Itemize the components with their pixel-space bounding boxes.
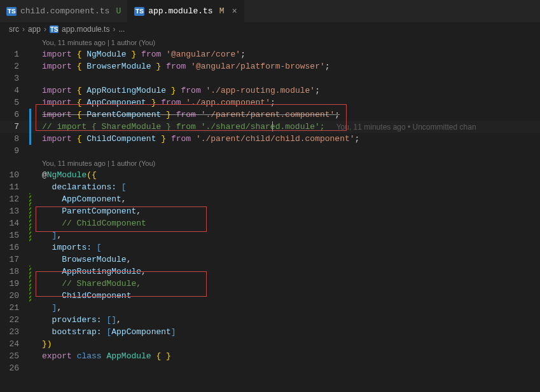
diff-added-marker xyxy=(29,229,31,241)
line-number: 14 xyxy=(0,219,31,228)
line-number: 3 xyxy=(0,74,31,83)
line-number: 26 xyxy=(0,363,31,373)
code-line[interactable]: 6import { ParentComponent } from './pare… xyxy=(0,109,540,121)
code-line[interactable]: 20 ChildComponent xyxy=(0,290,540,302)
diff-modified-marker xyxy=(29,109,31,121)
chevron-right-icon: › xyxy=(22,25,25,34)
tab-label: child.component.ts xyxy=(20,6,109,16)
diff-added-marker xyxy=(29,278,31,290)
breadcrumb-segment[interactable]: src xyxy=(9,25,19,34)
line-number: 1 xyxy=(0,50,31,59)
codelens-blame[interactable]: You, 11 minutes ago | 1 author (You) xyxy=(0,157,540,169)
code-line[interactable]: 9 xyxy=(0,145,540,157)
line-number: 9 xyxy=(0,146,31,156)
line-number: 5 xyxy=(0,98,31,107)
line-number: 11 xyxy=(0,182,31,192)
code-line[interactable]: 14 // ChildComponent xyxy=(0,217,540,229)
code-line[interactable]: 25export class AppModule { } xyxy=(0,350,540,362)
code-line[interactable]: 23 bootstrap: [AppComponent] xyxy=(0,326,540,338)
line-number: 21 xyxy=(0,303,31,313)
diff-added-marker xyxy=(29,217,31,229)
line-number: 18 xyxy=(0,267,31,276)
typescript-icon: TS xyxy=(6,7,17,16)
code-line[interactable]: 5import { AppComponent } from './app.com… xyxy=(0,97,540,109)
inline-blame: You, 11 minutes ago • Uncommitted chan xyxy=(325,123,476,132)
breadcrumb-segment[interactable]: ... xyxy=(118,25,125,34)
code-line[interactable]: 21 ], xyxy=(0,302,540,314)
git-status-modified: M xyxy=(219,6,225,16)
code-line[interactable]: 1import { NgModule } from '@angular/core… xyxy=(0,48,540,60)
line-number: 15 xyxy=(0,231,31,240)
breadcrumb[interactable]: src › app › TS app.module.ts › ... xyxy=(0,22,540,36)
code-line[interactable]: 7// import { SharedModule } from './shar… xyxy=(0,121,540,133)
line-number: 20 xyxy=(0,291,31,301)
line-number: 12 xyxy=(0,194,31,204)
typescript-icon: TS xyxy=(50,25,59,33)
diff-added-marker xyxy=(29,193,31,205)
tab-app-module[interactable]: TS app.module.ts M × xyxy=(128,0,244,22)
code-line[interactable]: 10@NgModule({ xyxy=(0,169,540,181)
code-line[interactable]: 19 // SharedModule, xyxy=(0,278,540,290)
line-number: 17 xyxy=(0,255,31,264)
line-number: 7 xyxy=(0,122,31,132)
diff-added-marker xyxy=(29,266,31,278)
close-icon[interactable]: × xyxy=(232,6,237,17)
diff-added-marker xyxy=(29,205,31,217)
code-line[interactable]: 18 AppRoutingModule, xyxy=(0,266,540,278)
code-line[interactable]: 12 AppComponent, xyxy=(0,193,540,205)
text-cursor xyxy=(272,121,273,132)
code-line[interactable]: 3 xyxy=(0,72,540,84)
code-line[interactable]: 2import { BrowserModule } from '@angular… xyxy=(0,60,540,72)
code-line[interactable]: 13 ParentComponent, xyxy=(0,205,540,217)
line-number: 23 xyxy=(0,327,31,337)
line-number: 22 xyxy=(0,315,31,325)
line-number: 8 xyxy=(0,134,31,144)
code-line[interactable]: 26 xyxy=(0,362,540,374)
code-line[interactable]: 17 BrowserModule, xyxy=(0,253,540,266)
line-number: 24 xyxy=(0,339,31,349)
line-number: 19 xyxy=(0,279,31,288)
chevron-right-icon: › xyxy=(44,25,46,34)
line-number: 4 xyxy=(0,86,31,95)
git-status-untracked: U xyxy=(116,6,121,16)
code-editor[interactable]: You, 11 minutes ago | 1 author (You) 1im… xyxy=(0,36,540,374)
code-line[interactable]: 15 ], xyxy=(0,229,540,241)
line-number: 6 xyxy=(0,110,31,119)
diff-modified-marker xyxy=(29,121,31,133)
tab-child-component[interactable]: TS child.component.ts U xyxy=(0,0,128,22)
tab-bar: TS child.component.ts U TS app.module.ts… xyxy=(0,0,540,22)
breadcrumb-segment[interactable]: app.module.ts xyxy=(62,25,109,34)
diff-modified-marker xyxy=(29,133,31,145)
line-number: 16 xyxy=(0,243,31,252)
line-number: 13 xyxy=(0,206,31,216)
typescript-icon: TS xyxy=(134,7,144,16)
tab-label: app.module.ts xyxy=(148,6,212,16)
codelens-blame[interactable]: You, 11 minutes ago | 1 author (You) xyxy=(0,36,540,48)
code-line[interactable]: 22 providers: [], xyxy=(0,314,540,326)
line-number: 2 xyxy=(0,62,31,71)
line-number: 10 xyxy=(0,170,31,180)
line-number: 25 xyxy=(0,351,31,361)
breadcrumb-segment[interactable]: app xyxy=(28,25,41,34)
code-line[interactable]: 16 imports: [ xyxy=(0,241,540,253)
code-line[interactable]: 11 declarations: [ xyxy=(0,181,540,193)
diff-added-marker xyxy=(29,290,31,302)
code-line[interactable]: 8import { ChildComponent } from './paren… xyxy=(0,133,540,145)
chevron-right-icon: › xyxy=(113,25,115,34)
code-line[interactable]: 24}) xyxy=(0,338,540,350)
code-line[interactable]: 4import { AppRoutingModule } from './app… xyxy=(0,84,540,97)
